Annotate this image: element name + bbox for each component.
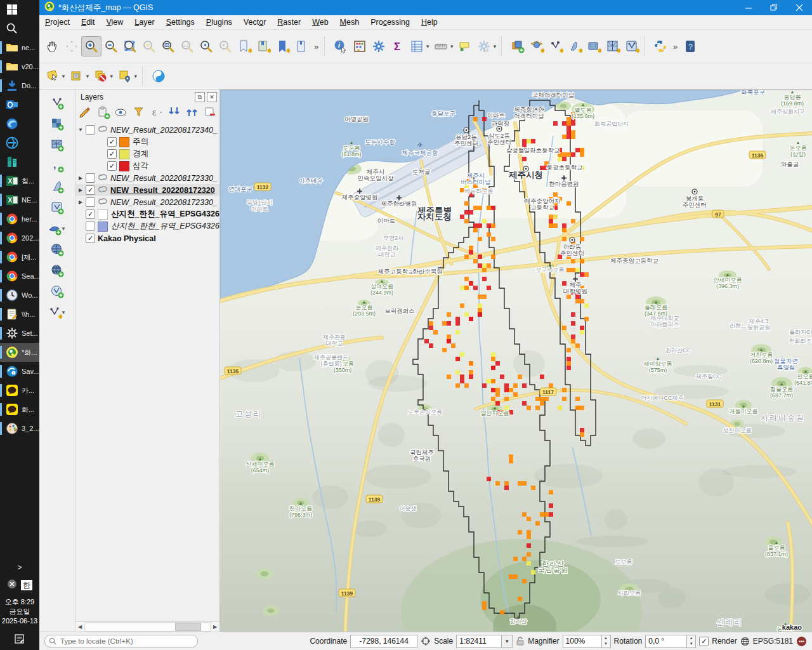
legend-item[interactable]: ✓경계 [75, 148, 219, 160]
layer-checkbox[interactable] [86, 222, 95, 231]
add-mesh-layer-button[interactable] [46, 135, 68, 154]
layer-checkbox[interactable] [86, 173, 95, 183]
taskbar-item-3_2[interactable]: 3_2... [0, 419, 39, 438]
start-button[interactable] [0, 0, 39, 19]
zoom-full-extent-button[interactable] [121, 37, 140, 56]
pan-to-selection-button[interactable] [62, 37, 81, 56]
taskbar-item-ne[interactable]: ne... [0, 38, 39, 57]
taskbar-clock[interactable]: 오후 8:29 금요일 2025-06-13 [0, 595, 39, 628]
layer-checkbox[interactable]: ✓ [86, 185, 95, 195]
menu-project[interactable]: Project [39, 17, 75, 27]
new-point-layer-button[interactable]: ✱ [546, 37, 565, 56]
new-shapefile-layer-button[interactable]: ✱ [527, 37, 546, 56]
deselect-features-button[interactable] [91, 67, 110, 86]
coordinate-field[interactable]: -7298, 146144 [350, 635, 417, 648]
show-bookmarks-button[interactable]: ✱ [254, 37, 273, 56]
statistical-summary-button[interactable] [350, 37, 369, 56]
search-button[interactable] [0, 19, 39, 38]
expander-icon[interactable]: ▶ [75, 199, 86, 205]
new-map-view-button[interactable] [292, 37, 311, 56]
tray-close-icon[interactable] [7, 579, 17, 592]
expander-icon[interactable]: ▶ [75, 187, 86, 193]
extent-toggle-icon[interactable] [421, 636, 431, 646]
taskbar-item-화[interactable]: 화... [0, 400, 39, 419]
add-wms-layer-button[interactable] [46, 240, 68, 259]
toolbar-overflow-chevron[interactable]: » [670, 42, 681, 51]
new-gpx-layer-button[interactable]: ✱ [565, 37, 584, 56]
locator-input[interactable] [59, 637, 176, 646]
layer-item[interactable]: ✓Kakao Physical [75, 232, 219, 244]
menu-help[interactable]: Help [416, 17, 443, 27]
taskbar-item-ie[interactable] [0, 133, 39, 152]
select-features-button[interactable] [43, 67, 62, 86]
new-mesh-layer-button[interactable]: ✱ [584, 37, 603, 56]
show-hidden-icons-chevron[interactable]: > [0, 559, 39, 576]
menu-layer[interactable]: Layer [129, 17, 160, 27]
crs-globe-icon[interactable] [740, 637, 750, 646]
legend-item[interactable]: ✓주의 [75, 136, 219, 148]
menu-settings[interactable]: Settings [160, 17, 200, 27]
remove-layer-button[interactable] [202, 105, 218, 120]
collapse-all-button[interactable] [185, 105, 200, 120]
legend-item[interactable]: ✓심각 [75, 160, 219, 172]
tms-for-korea-button[interactable] [149, 67, 168, 86]
menu-web[interactable]: Web [306, 17, 334, 27]
layer-item[interactable]: ▼NEW_Result_202208172340_ [75, 124, 219, 136]
add-db-layer-button[interactable]: ▼ [46, 219, 68, 238]
new-shapefile-button[interactable]: ✱▼ [46, 303, 68, 322]
zoom-last-button[interactable] [197, 37, 216, 56]
close-button[interactable] [787, 0, 812, 15]
zoom-out-button[interactable] [102, 37, 121, 56]
menu-vector[interactable]: Vector [238, 17, 272, 27]
select-by-location-button[interactable] [115, 67, 134, 86]
crs-status[interactable]: EPSG:5181 [753, 637, 793, 646]
add-group-button[interactable] [96, 105, 111, 120]
run-feature-action-button[interactable] [475, 37, 494, 56]
add-wfs-layer-button[interactable] [46, 282, 68, 301]
add-delimited-text-layer-button[interactable]: , [46, 156, 68, 175]
layer-checkbox[interactable]: ✓ [86, 209, 95, 219]
new-grid-layer-button[interactable]: ✱ [603, 37, 622, 56]
layer-item[interactable]: 산지천_한천_유역_EPSG4326 [75, 220, 219, 232]
measure-dropdown-icon[interactable]: ▼ [449, 44, 455, 50]
taskbar-item-server[interactable] [0, 152, 39, 171]
expander-icon[interactable]: ▼ [75, 127, 86, 133]
select-by-form-dropdown-icon[interactable]: ▼ [85, 74, 91, 79]
filter-legend-button[interactable] [131, 105, 147, 120]
expander-icon[interactable]: ▶ [75, 175, 86, 181]
taskbar-item-Set[interactable]: Set... [0, 324, 39, 343]
manage-themes-button[interactable] [114, 105, 129, 120]
select-features-dropdown-icon[interactable]: ▼ [61, 74, 67, 79]
bookmark-manager-button[interactable]: ✱ [273, 37, 292, 56]
restore-button[interactable] [761, 0, 787, 15]
menu-plugins[interactable]: Plugins [200, 17, 238, 27]
minimize-button[interactable] [736, 0, 761, 15]
zoom-to-selection-button[interactable] [140, 37, 159, 56]
processing-toolbox-button[interactable] [369, 37, 388, 56]
layers-horizontal-scrollbar[interactable]: ◀ ▶ [75, 621, 219, 632]
taskbar-item-화[interactable]: *화... [0, 343, 39, 362]
deselect-features-dropdown-icon[interactable]: ▼ [109, 74, 115, 79]
taskbar-item-제[interactable]: [제... [0, 248, 39, 267]
add-virtual-layer-button[interactable] [46, 198, 68, 217]
expand-all-button[interactable] [167, 105, 182, 120]
rotation-spinner[interactable]: 0,0 ° ▲▼ [645, 635, 696, 648]
menu-edit[interactable]: Edit [75, 17, 101, 27]
attribute-table-dropdown-icon[interactable]: ▼ [425, 44, 431, 50]
zoom-native-button[interactable]: 1:1 [178, 37, 197, 56]
title-bar[interactable]: *화산섬제주_map — QGIS [39, 0, 812, 15]
zoom-in-button[interactable] [81, 36, 102, 56]
taskbar-item-Do[interactable]: Do... [0, 76, 39, 95]
taskbar-item-v20[interactable]: v20... [0, 57, 39, 76]
taskbar-item-202[interactable]: 202... [0, 229, 39, 248]
help-contents-button[interactable]: ? [681, 37, 700, 56]
scale-combo[interactable]: 1:82411 ▼ [456, 635, 513, 648]
map-canvas[interactable]: 113211351139113911311117113697어영공원용담포구▲도… [220, 90, 812, 632]
taskbar-item-outlook[interactable] [0, 95, 39, 114]
python-console-button[interactable] [651, 37, 670, 56]
layer-checkbox[interactable]: ✓ [107, 149, 117, 159]
scroll-left-icon[interactable]: ◀ [75, 623, 84, 632]
layer-checkbox[interactable] [86, 197, 95, 207]
filter-expression-button[interactable]: ε [149, 105, 164, 120]
panel-float-icon[interactable]: ⧉ [195, 92, 205, 102]
